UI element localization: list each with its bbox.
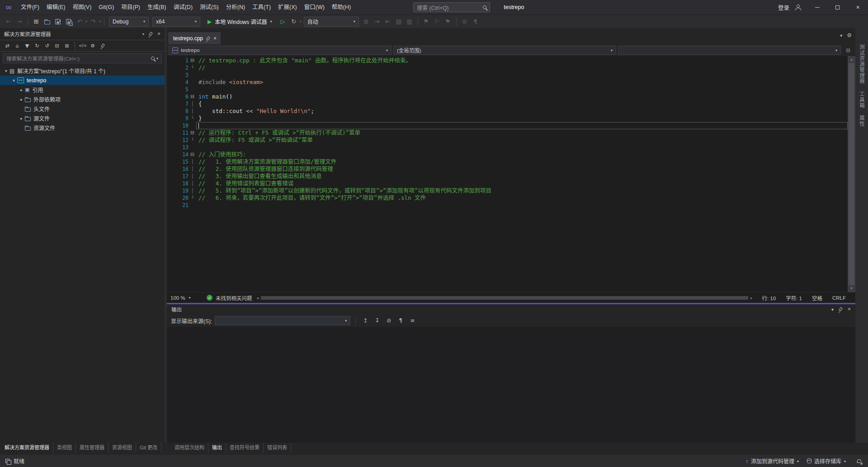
undo-icon[interactable]: ↶ [75, 17, 85, 27]
code-line[interactable]: 11⊟// 运行程序: Ctrl + F5 或调试 >“开始执行(不调试)”菜单 [167, 129, 848, 137]
panel-tab[interactable]: 查找符号结果 [226, 443, 264, 453]
close-icon[interactable]: × [848, 306, 851, 312]
platform-combo[interactable]: x64 ▾ [152, 17, 200, 27]
code-line[interactable]: 8│ std::cout << "Hello World!\n"; [167, 108, 848, 115]
preview-code-icon[interactable]: </> [78, 41, 87, 50]
add-to-source-control-button[interactable]: ↑ 添加到源代码管理 ▴ [741, 457, 803, 465]
new-project-icon[interactable]: ⊞ [31, 17, 41, 27]
quick-search-box[interactable]: 搜索 (Ctrl+Q) [413, 2, 490, 12]
menu-item[interactable]: 扩展(X) [274, 0, 301, 14]
nav-project-combo[interactable]: ++ testrepo ▾ [169, 46, 392, 55]
menu-item[interactable]: 窗口(W) [301, 0, 328, 14]
side-tab[interactable]: 测试资源管理器 [858, 44, 865, 84]
menu-item[interactable]: 文件(F) [17, 0, 43, 14]
filter-icon[interactable]: ▼ [23, 41, 32, 50]
refresh-icon[interactable]: ↺ [42, 41, 52, 50]
window-position-icon[interactable]: ▾ [142, 32, 144, 36]
redo-icon[interactable]: ↷ [88, 17, 98, 27]
tree-item[interactable]: ▾++testrepo [0, 75, 165, 85]
tree-item[interactable]: 资源文件 [0, 123, 165, 132]
code-line[interactable]: 20└// 6. 将来，若要再次打开此项目，请转到“文件”>“打开”>“项目”并… [167, 194, 848, 202]
zoom-combo[interactable]: 100 % ▾ [170, 295, 200, 301]
menu-item[interactable]: 工具(T) [249, 0, 274, 14]
visual-studio-logo-icon[interactable]: ∞ [0, 0, 17, 14]
panel-tab[interactable]: 类视图 [53, 443, 76, 453]
close-icon[interactable]: × [157, 31, 160, 37]
close-button[interactable]: × [848, 0, 868, 14]
minimize-button[interactable] [807, 0, 827, 14]
output-content[interactable] [167, 327, 855, 443]
tree-item[interactable]: 头文件 [0, 104, 165, 113]
line-ending-indicator[interactable]: CRLF [827, 295, 851, 301]
code-line[interactable]: 10 [167, 122, 848, 129]
side-tab[interactable]: 工具箱 [858, 91, 865, 108]
code-line[interactable]: 13 [167, 144, 848, 151]
vertical-scrollbar[interactable]: ▴ ▾ [848, 56, 855, 292]
indent-mode-indicator[interactable]: 空格 [807, 294, 827, 302]
code-health-check-icon[interactable]: ✓ [207, 295, 212, 301]
background-tasks-icon[interactable] [5, 459, 9, 463]
code-line[interactable]: 14⊟// 入门使用技巧: [167, 151, 848, 158]
panel-tab[interactable]: 资源视图 [108, 443, 136, 453]
fold-collapse-icon[interactable]: ⊟ [189, 151, 196, 158]
menu-item[interactable]: 编辑(E) [43, 0, 69, 14]
menu-item[interactable]: 测试(S) [196, 0, 222, 14]
hot-reload-icon[interactable]: ↻ [289, 17, 299, 27]
menu-item[interactable]: 生成(B) [144, 0, 170, 14]
navigate-forward-icon[interactable]: → [14, 17, 24, 27]
switch-views-icon[interactable]: ⇄ [3, 41, 12, 50]
document-tab[interactable]: testrepo.cpp × [168, 32, 221, 44]
pin-icon[interactable] [149, 32, 153, 36]
next-bookmark-icon[interactable]: ⚑ [443, 17, 453, 27]
code-line[interactable]: 6⊟int main() [167, 93, 848, 100]
toggle-bookmark-icon[interactable]: ⚑ [421, 17, 431, 27]
expander-icon[interactable]: ▸ [18, 116, 25, 121]
scroll-right-icon[interactable]: ▸ [750, 296, 753, 300]
cursor-char-indicator[interactable]: 字符: 1 [781, 294, 807, 302]
goto-next-message-icon[interactable]: ↧ [373, 316, 382, 325]
fold-collapse-icon[interactable]: ⊟ [189, 93, 196, 100]
expander-icon[interactable]: ▸ [18, 97, 25, 102]
code-line[interactable]: 16│// 2. 使用团队资源管理器窗口连接到源代码管理 [167, 165, 848, 173]
undo-dropdown-icon[interactable]: ▾ [85, 19, 87, 24]
notifications-button[interactable] [855, 458, 863, 465]
menu-item[interactable]: Git(G) [95, 0, 118, 14]
autoscroll-icon[interactable]: ≡ [408, 316, 417, 325]
clear-bookmarks-icon[interactable]: ⊘ [460, 17, 470, 27]
sync-icon[interactable]: ↻ [33, 41, 42, 50]
expander-icon[interactable]: ▾ [3, 69, 9, 73]
select-repository-button[interactable]: 选择存储库 ▴ [803, 457, 850, 465]
pin-icon[interactable] [98, 41, 107, 50]
save-icon[interactable] [53, 17, 63, 27]
fold-collapse-icon[interactable]: ⊟ [189, 129, 196, 137]
redo-dropdown-icon[interactable]: ▾ [99, 19, 101, 24]
panel-tab[interactable]: Git 更改 [136, 443, 161, 453]
code-line[interactable]: 5 [167, 86, 848, 93]
code-line[interactable]: 15│// 1. 使用解决方案资源管理器窗口添加/管理文件 [167, 158, 848, 165]
scrollbar-thumb[interactable] [261, 296, 748, 300]
menu-item[interactable]: 项目(P) [118, 0, 144, 14]
code-lines[interactable]: 1⊟// testrepo.cpp : 此文件包含 "main" 函数。程序执行… [167, 56, 848, 292]
code-line[interactable]: 17│// 3. 使用输出窗口查看生成输出和其他消息 [167, 173, 848, 180]
member-list-icon[interactable]: ≣ [361, 17, 371, 27]
code-line[interactable]: 21 [167, 202, 848, 209]
solution-explorer-search[interactable]: 搜索解决方案资源管理器(Ctrl+;) ▾ [3, 53, 162, 63]
menu-item[interactable]: 分析(N) [222, 0, 249, 14]
active-files-dropdown-icon[interactable]: ▾ [840, 33, 842, 38]
tree-item[interactable]: ▸源文件 [0, 113, 165, 123]
panel-tab[interactable]: 输出 [208, 443, 226, 453]
uncomment-icon[interactable]: ▥ [405, 17, 415, 27]
code-line[interactable]: 7│{ [167, 100, 848, 108]
sign-in-button[interactable]: 登录 [778, 3, 789, 12]
menu-item[interactable]: 视图(V) [69, 0, 95, 14]
outdent-icon[interactable]: ⇤ [383, 17, 393, 27]
panel-tab[interactable]: 调用层次结构 [171, 443, 208, 453]
scrollbar-thumb[interactable] [849, 63, 854, 285]
editor-split-icon[interactable]: ⊡ [843, 46, 854, 55]
previous-bookmark-icon[interactable]: ⚐ [432, 17, 442, 27]
chevron-down-icon[interactable]: ▾ [156, 57, 158, 61]
maximize-button[interactable] [827, 0, 848, 14]
auto-combo[interactable]: 自动 ▾ [304, 17, 359, 27]
tree-item[interactable]: ▸▣引用 [0, 85, 165, 94]
user-account-icon[interactable] [795, 5, 801, 10]
